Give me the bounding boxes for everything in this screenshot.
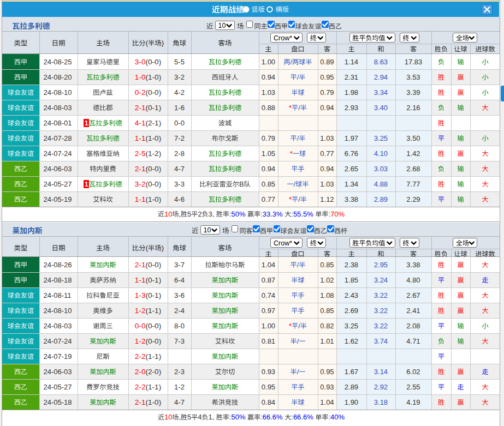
svg-text:B: B [239,180,244,188]
svg-text:1.85: 1.85 [345,276,358,284]
svg-text:2-3: 2-3 [174,368,185,376]
svg-text:0.93: 0.93 [262,368,275,376]
svg-text:1.90: 1.90 [345,398,358,406]
svg-text:1.03: 1.03 [320,134,334,142]
svg-text:24-05-27: 24-05-27 [44,180,72,188]
svg-text:0.95: 0.95 [320,368,334,376]
svg-text:1.97: 1.97 [345,134,358,142]
svg-text:1-1: 1-1 [135,276,146,284]
svg-text:0.94: 0.94 [262,73,275,81]
svg-text:(0-0): (0-0) [146,322,162,330]
svg-text:(1-0): (1-0) [146,73,162,81]
svg-text:0.79: 0.79 [262,134,275,142]
svg-text:24-08-18: 24-08-18 [44,276,72,284]
svg-text:3.74: 3.74 [374,337,388,345]
svg-text:(0-0): (0-0) [146,58,162,66]
svg-text:(2-1): (2-1) [146,119,162,127]
svg-text:): ) [162,244,164,252]
svg-text:/: / [297,134,299,142]
svg-text:4-7: 4-7 [174,165,185,173]
svg-text:2-1: 2-1 [135,104,146,112]
svg-text:3.38: 3.38 [345,195,358,203]
svg-text:3.34: 3.34 [374,88,388,97]
svg-text:Crow*: Crow* [274,34,292,42]
svg-text:2-0: 2-0 [135,368,146,376]
svg-text:3.25: 3.25 [345,322,358,330]
svg-text:0.95: 0.95 [262,383,275,391]
svg-text:/: / [298,322,300,330]
svg-text:3.24: 3.24 [374,276,388,284]
svg-text:(1-2): (1-2) [146,149,162,158]
svg-text:(0-0): (0-0) [146,165,162,173]
svg-text:4.19: 4.19 [406,398,420,406]
svg-text:24-07-28: 24-07-28 [44,134,72,142]
svg-text:*: * [289,104,292,112]
svg-text:0.95: 0.95 [320,73,334,81]
svg-text:3.14: 3.14 [374,368,388,376]
svg-text:2.41: 2.41 [406,307,420,315]
svg-text:0.94: 0.94 [320,165,334,173]
svg-text:3.03: 3.03 [374,165,388,173]
svg-text:3.22: 3.22 [374,307,388,315]
svg-text:2.43: 2.43 [345,291,358,299]
svg-text:1,: 1, [209,413,215,421]
svg-text:2.92: 2.92 [374,383,388,391]
svg-text:0.87: 0.87 [262,276,275,284]
svg-text:0.77: 0.77 [320,149,334,158]
svg-text:24-07-19: 24-07-19 [44,352,72,361]
svg-text:24-08-10: 24-08-10 [44,88,72,97]
svg-text:3.25: 3.25 [374,134,388,142]
svg-text:/: / [294,180,296,188]
svg-text:0-0: 0-0 [135,322,146,330]
svg-text:(1-1): (1-1) [146,352,162,361]
svg-text:24-08-01: 24-08-01 [44,119,72,127]
svg-text:7-3: 7-3 [174,337,185,345]
svg-text:1-6: 1-6 [174,104,185,112]
svg-text:): ) [162,39,164,47]
svg-text:4.88: 4.88 [374,180,388,188]
svg-text:1.03: 1.03 [262,88,275,97]
svg-text:10: 10 [164,413,172,421]
svg-text:2-4: 2-4 [174,307,185,315]
svg-text:5: 5 [187,210,191,218]
svg-text:/: / [297,337,299,345]
svg-text:2.95: 2.95 [374,261,388,269]
svg-text:3-3: 3-3 [174,180,185,188]
svg-text:24-08-26: 24-08-26 [44,261,72,269]
svg-text:1-3: 1-3 [135,291,146,299]
svg-text:2-2: 2-2 [135,383,146,391]
svg-text:0.77: 0.77 [262,195,275,203]
svg-text:2.55: 2.55 [406,383,420,391]
svg-text:3.50: 3.50 [406,134,420,142]
svg-text:70%: 70% [330,210,345,218]
svg-text:1.03: 1.03 [320,180,334,188]
svg-text:*: * [289,322,292,330]
svg-text:2.94: 2.94 [374,73,388,81]
svg-text:4.10: 4.10 [374,149,388,158]
svg-text:2.29: 2.29 [406,195,420,203]
svg-text:8-0: 8-0 [174,322,185,330]
svg-text:0.79: 0.79 [320,88,334,97]
svg-text:1-2: 1-2 [135,337,146,345]
svg-text:1.04: 1.04 [262,261,275,269]
svg-text:2.31: 2.31 [345,73,358,81]
svg-text:4: 4 [198,413,201,421]
svg-text:(0-1): (0-1) [146,276,162,284]
svg-text:0.74: 0.74 [262,291,275,299]
svg-text:3,: 3, [209,210,215,218]
svg-text:6-4: 6-4 [174,276,185,284]
svg-text:(1-0): (1-0) [146,134,162,142]
svg-text:0.81: 0.81 [262,337,275,345]
svg-text:4-1: 4-1 [135,119,146,127]
svg-text:24-08-25: 24-08-25 [44,58,72,66]
svg-text:2.16: 2.16 [406,104,420,112]
svg-text:50%: 50% [232,210,246,218]
svg-text:24-05-19: 24-05-19 [44,195,72,203]
svg-text:,: , [179,413,181,421]
svg-text:33.3%: 33.3% [263,210,283,218]
svg-text:66.6%: 66.6% [263,413,283,421]
svg-text:2-2: 2-2 [135,352,146,361]
svg-text:5-5: 5-5 [174,58,185,66]
svg-text:(2-0): (2-0) [146,368,162,376]
svg-text:0.94: 0.94 [262,165,275,173]
